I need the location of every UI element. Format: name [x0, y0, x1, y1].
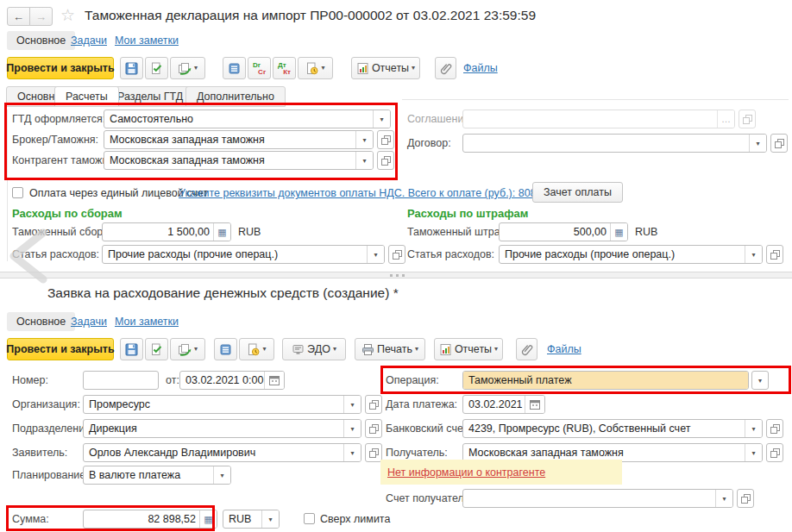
no-counterparty-info-link[interactable]: Нет информации о контрагенте	[387, 463, 545, 482]
dt-kt-register-button[interactable]: ДтКт	[273, 57, 296, 79]
fee-expense-item-field[interactable]: Прочие расходы (прочие операц.) ▾	[102, 245, 385, 264]
save-button[interactable]	[120, 57, 143, 79]
w2-attachments-button[interactable]	[516, 338, 537, 360]
print-button[interactable]: Печать ▾	[355, 338, 425, 360]
edo-button[interactable]: ЭДО ▾	[282, 338, 346, 360]
w1-reports-button[interactable]: Отчеты ▾	[351, 57, 420, 79]
open-form-icon[interactable]	[766, 443, 783, 462]
open-form-icon[interactable]	[766, 245, 783, 264]
chevron-down-icon[interactable]: ▾	[751, 371, 769, 390]
open-form-icon[interactable]	[739, 110, 756, 128]
calculator-icon[interactable]: ▦	[199, 510, 217, 528]
chevron-down-icon[interactable]: ▾	[343, 444, 361, 461]
create-based-on-button[interactable]: ▾	[170, 338, 205, 360]
favorite-star-icon[interactable]: ☆	[60, 6, 75, 25]
chevron-down-icon[interactable]: ▾	[343, 420, 361, 437]
w1-attachments-button[interactable]	[435, 57, 456, 79]
payment-date-field[interactable]: 03.02.2021	[462, 395, 545, 414]
fine-expense-item-field[interactable]: Прочие расходы (прочие операц.) ▾	[499, 245, 763, 264]
w1-nav-tasks[interactable]: Задачи	[71, 31, 107, 50]
customs-agent-field[interactable]: Московская западная таможня ▾	[104, 151, 374, 170]
applicant-field[interactable]: Орлов Александр Владимирович ▾	[83, 443, 361, 462]
chevron-down-icon[interactable]: ▾	[415, 346, 418, 353]
organization-field[interactable]: Промресурс ▾	[83, 395, 361, 414]
w1-tab-calculations[interactable]: Расчеты	[54, 86, 119, 107]
vat-payment-docs-link[interactable]: Укажите реквизиты документов оплаты НДС.…	[179, 184, 566, 203]
chevron-down-icon[interactable]: ▾	[367, 246, 384, 263]
w1-files-link[interactable]: Файлы	[463, 59, 498, 78]
chevron-down-icon[interactable]: ▾	[333, 346, 336, 353]
chevron-down-icon[interactable]: ▾	[412, 65, 415, 72]
open-form-icon[interactable]	[766, 419, 783, 438]
open-form-icon[interactable]	[388, 245, 405, 264]
show-list-button[interactable]	[223, 57, 246, 79]
open-form-icon[interactable]	[365, 395, 382, 414]
single-account-checkbox[interactable]	[12, 187, 23, 198]
show-list-button[interactable]	[214, 338, 237, 360]
w2-nav-tasks[interactable]: Задачи	[71, 312, 107, 331]
w2-post-close-button[interactable]: Провести и закрыть	[7, 338, 114, 360]
amount-field[interactable]: 82 898,52 ▦	[83, 510, 217, 529]
save-button[interactable]	[120, 338, 143, 360]
back-icon[interactable]: ←	[7, 7, 30, 26]
w2-nav-main[interactable]: Основное	[7, 312, 75, 331]
calculator-icon[interactable]: ▦	[213, 223, 230, 241]
open-form-icon[interactable]	[737, 489, 754, 508]
payment-offset-button[interactable]: Зачет оплаты	[532, 182, 623, 203]
customs-fee-field[interactable]: 1 500,00 ▦	[102, 222, 231, 241]
document-history-button[interactable]: ▾	[239, 338, 274, 360]
choose-ellipsis-icon[interactable]: …	[717, 110, 734, 128]
calendar-icon[interactable]	[264, 372, 284, 389]
chevron-down-icon[interactable]: ▾	[373, 110, 390, 128]
calendar-icon[interactable]	[525, 396, 544, 413]
w1-post-close-button[interactable]: Провести и закрыть	[7, 57, 114, 79]
gtd-method-field[interactable]: Самостоятельно ▾	[104, 110, 391, 128]
open-form-icon[interactable]	[377, 151, 394, 170]
create-based-on-button[interactable]: ▾	[170, 57, 205, 79]
recipient-account-field[interactable]: ▾	[462, 489, 733, 508]
over-limit-checkbox[interactable]	[304, 513, 315, 524]
chevron-down-icon[interactable]: ▾	[715, 490, 732, 507]
chevron-down-icon[interactable]: ▾	[745, 420, 762, 437]
open-form-icon[interactable]	[770, 134, 788, 153]
number-field[interactable]	[83, 371, 159, 390]
department-field[interactable]: Дирекция ▾	[83, 419, 361, 438]
chevron-down-icon[interactable]: ▾	[261, 510, 279, 528]
chevron-down-icon[interactable]: ▾	[321, 65, 324, 72]
bank-account-field[interactable]: 4239, Промресурс (RUB), Собственный счет…	[462, 419, 763, 438]
w1-nav-main[interactable]: Основное	[7, 31, 75, 50]
w2-files-link[interactable]: Файлы	[547, 340, 581, 359]
open-form-icon[interactable]	[365, 419, 382, 438]
forward-icon[interactable]: →	[29, 7, 53, 26]
calculator-icon[interactable]: ▦	[610, 223, 627, 241]
window-splitter[interactable]	[0, 272, 792, 279]
customs-fine-field[interactable]: 500,00 ▦	[499, 222, 628, 241]
w1-nav-notes[interactable]: Мои заметки	[115, 31, 179, 50]
dr-cr-register-button[interactable]: DrCr	[248, 57, 271, 79]
chevron-down-icon[interactable]: ▾	[343, 396, 361, 413]
chevron-down-icon[interactable]: ▾	[745, 444, 762, 461]
operation-field[interactable]: Таможенный платеж	[462, 371, 749, 390]
broker-field[interactable]: Московская западная таможня ▾	[104, 130, 374, 149]
chevron-down-icon[interactable]: ▾	[355, 131, 373, 148]
planning-field[interactable]: В валюте платежа ▾	[83, 466, 231, 485]
chevron-down-icon[interactable]: ▾	[494, 346, 498, 353]
chevron-down-icon[interactable]: ▾	[213, 466, 230, 484]
open-form-icon[interactable]	[365, 443, 382, 462]
chevron-down-icon[interactable]: ▾	[194, 346, 198, 353]
w2-reports-button[interactable]: Отчеты ▾	[434, 338, 503, 360]
chevron-down-icon[interactable]: ▾	[355, 152, 373, 169]
agreement-field[interactable]: …	[462, 110, 735, 128]
w2-nav-notes[interactable]: Мои заметки	[115, 312, 179, 331]
post-document-button[interactable]	[145, 57, 168, 79]
chevron-down-icon[interactable]: ▾	[749, 135, 766, 152]
document-date-field[interactable]: 03.02.2021 0:00:00	[179, 371, 285, 390]
chevron-down-icon[interactable]: ▾	[194, 65, 198, 72]
chevron-down-icon[interactable]: ▾	[262, 346, 266, 353]
contract-field[interactable]: ▾	[462, 134, 767, 153]
document-history-button[interactable]: ▾	[298, 57, 333, 79]
post-document-button[interactable]	[145, 338, 168, 360]
currency-field[interactable]: RUB ▾	[223, 510, 280, 529]
open-form-icon[interactable]	[377, 130, 394, 149]
w1-tab-additional[interactable]: Дополнительно	[185, 86, 286, 107]
